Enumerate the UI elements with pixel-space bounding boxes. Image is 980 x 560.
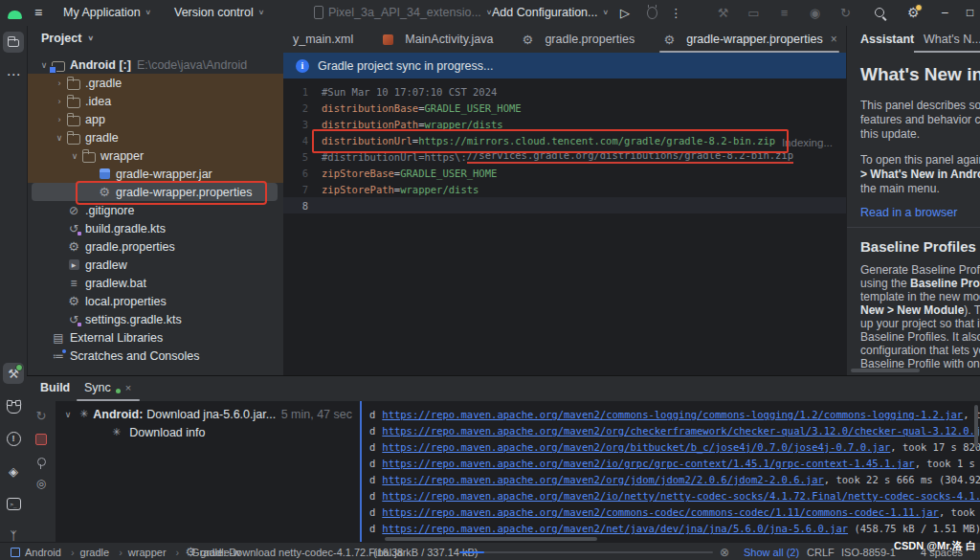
- terminal-tool-icon[interactable]: [3, 493, 24, 514]
- log-url-link[interactable]: https://repo.maven.apache.org/maven2/io/…: [382, 458, 914, 469]
- profiler-icon[interactable]: ◉: [808, 6, 822, 20]
- log-url-link[interactable]: https://repo.maven.apache.org/maven2/com…: [382, 409, 963, 420]
- horizontal-scrollbar[interactable]: [385, 537, 597, 541]
- tree-item[interactable]: gradle-wrapper.properties: [28, 183, 283, 201]
- breadcrumb-item[interactable]: Android: [10, 546, 80, 559]
- device-manager-icon[interactable]: ▭: [746, 6, 761, 20]
- log-url-link[interactable]: https://repo.maven.apache.org/maven2/net…: [382, 523, 848, 534]
- tree-item-icon: [66, 95, 81, 108]
- run-icon[interactable]: ▷: [620, 0, 630, 25]
- project-panel-title: Project: [41, 32, 81, 45]
- tree-item[interactable]: › .idea: [28, 92, 283, 110]
- encoding-indicator[interactable]: ISO-8859-1: [841, 543, 896, 560]
- build-tree-row[interactable]: ✳ Download info: [56, 423, 360, 441]
- tree-item-label: build.gradle.kts: [85, 222, 166, 235]
- tab-assistant[interactable]: Assistant: [860, 33, 914, 46]
- pin-icon[interactable]: [37, 458, 46, 466]
- code-line[interactable]: 2 distributionBase=GRADLE_USER_HOME: [283, 100, 846, 116]
- refresh-icon[interactable]: ↻: [36, 409, 47, 423]
- tree-item[interactable]: ∨ gradle: [28, 128, 283, 146]
- breadcrumb-item[interactable]: gradle: [80, 547, 128, 558]
- show-all-processes-link[interactable]: Show all (2): [744, 543, 799, 560]
- vcs-selector[interactable]: Version control ∨: [174, 0, 264, 25]
- log-url-link[interactable]: https://repo.maven.apache.org/maven2/org…: [382, 474, 823, 485]
- project-tool-icon[interactable]: [3, 32, 24, 53]
- editor-tab[interactable]: gradle.properties: [510, 26, 652, 53]
- debug-icon[interactable]: [647, 0, 657, 25]
- tree-item[interactable]: › .gradle: [28, 74, 283, 92]
- status-bar: Android gradle wrapper gradle-w Gradle: …: [0, 542, 980, 560]
- tree-chevron-icon[interactable]: ›: [53, 78, 66, 88]
- build-icon[interactable]: ⚒: [716, 6, 730, 20]
- stop-icon[interactable]: [35, 434, 47, 445]
- editor-tab[interactable]: y_main.xml: [283, 26, 370, 53]
- project-selector[interactable]: My Application ∨: [63, 0, 151, 25]
- tree-item[interactable]: local.properties: [28, 292, 283, 310]
- cancel-progress-icon[interactable]: ⊗: [720, 543, 729, 560]
- tab-sync[interactable]: Sync ×: [84, 381, 131, 394]
- line-separator-indicator[interactable]: CRLF: [807, 543, 835, 560]
- settings-icon[interactable]: ⚙: [907, 0, 920, 25]
- logcat-tool-icon[interactable]: [3, 395, 24, 416]
- read-in-browser-link[interactable]: Read in a browser: [860, 206, 957, 219]
- log-line: dhttps://repo.maven.apache.org/maven2/io…: [369, 490, 980, 506]
- tree-chevron-icon[interactable]: ∨: [68, 151, 81, 161]
- device-selector[interactable]: Pixel_3a_API_34_extensio... ∨: [314, 0, 492, 25]
- build-tree-row[interactable]: ∨ ✳ Android: Download jna-5.6.0.jar... 5…: [56, 405, 360, 423]
- minimize-icon[interactable]: –: [942, 0, 948, 25]
- code-line[interactable]: 6 zipStoreBase=GRADLE_USER_HOME: [283, 165, 846, 181]
- filter-icon[interactable]: ◎: [36, 477, 46, 490]
- tree-item[interactable]: Scratches and Consoles: [28, 347, 283, 365]
- tree-item[interactable]: gradlew.bat: [28, 274, 283, 292]
- maximize-icon[interactable]: □: [967, 0, 973, 25]
- problems-tool-icon[interactable]: [3, 428, 24, 449]
- close-icon[interactable]: ×: [831, 33, 837, 46]
- tree-chevron-icon[interactable]: ∨: [53, 133, 66, 143]
- chevron-down-icon: ∨: [258, 9, 265, 16]
- log-url-link[interactable]: https://repo.maven.apache.org/maven2/io/…: [382, 490, 980, 502]
- build-log[interactable]: dhttps://repo.maven.apache.org/maven2/co…: [360, 401, 980, 543]
- search-everywhere-icon[interactable]: [873, 0, 887, 25]
- run-configuration-selector[interactable]: Add Configuration... ∨: [492, 0, 609, 25]
- code-line[interactable]: 1 #Sun Mar 10 17:07:10 CST 2024: [283, 83, 846, 100]
- tree-item-label: External Libraries: [70, 331, 163, 345]
- tab-sync-label: Sync: [84, 381, 111, 394]
- sdk-manager-icon[interactable]: ≡: [777, 6, 791, 20]
- tree-item[interactable]: settings.gradle.kts: [28, 310, 283, 328]
- tree-item[interactable]: build.gradle.kts: [28, 219, 283, 237]
- main-menu-icon[interactable]: ≡: [34, 0, 42, 25]
- tree-item-icon: [51, 349, 66, 363]
- tree-item[interactable]: gradlew: [28, 256, 283, 274]
- tree-item[interactable]: ∨ wrapper: [28, 146, 283, 165]
- tab-list-chevron-icon[interactable]: ∨: [745, 33, 752, 45]
- build-tool-icon[interactable]: [3, 363, 24, 384]
- code-line[interactable]: 8: [283, 197, 846, 213]
- vertical-scrollbar[interactable]: [974, 405, 978, 447]
- tree-item[interactable]: ∨ Android [:] E:\code\java\Android: [28, 56, 283, 74]
- tab-options-icon[interactable]: ⋮: [766, 33, 776, 45]
- project-panel-header[interactable]: Project ∨: [41, 32, 94, 45]
- tab-whats-new[interactable]: What's N...: [924, 33, 980, 46]
- gradle-sync-icon[interactable]: ↻: [838, 6, 853, 20]
- log-url-link[interactable]: https://repo.maven.apache.org/maven2/org…: [382, 425, 980, 437]
- tree-chevron-icon[interactable]: ›: [53, 115, 66, 124]
- tree-chevron-icon[interactable]: ∨: [61, 410, 75, 419]
- log-url-link[interactable]: https://repo.maven.apache.org/maven2/com…: [382, 506, 939, 518]
- horizontal-scrollbar[interactable]: [851, 369, 920, 372]
- editor-tab[interactable]: MainActivity.java: [370, 26, 510, 53]
- tree-item[interactable]: External Libraries: [28, 328, 283, 347]
- breadcrumb-item[interactable]: wrapper: [128, 547, 185, 558]
- log-url-link[interactable]: https://repo.maven.apache.org/maven2/org…: [382, 441, 890, 453]
- app-quality-insights-icon[interactable]: [3, 460, 24, 482]
- code-line[interactable]: 7 zipStorePath=wrapper/dists: [283, 181, 846, 197]
- line-number: 8: [283, 200, 308, 212]
- tree-item[interactable]: gradle.properties: [28, 237, 283, 256]
- more-tools-icon[interactable]: [3, 64, 24, 85]
- tree-item[interactable]: › app: [28, 110, 283, 128]
- code-area[interactable]: 1 #Sun Mar 10 17:07:10 CST 2024 2 distri…: [283, 78, 846, 375]
- tree-chevron-icon[interactable]: ›: [53, 97, 66, 106]
- tree-item-icon: [81, 149, 97, 163]
- close-icon[interactable]: ×: [125, 382, 131, 393]
- build-panel-title[interactable]: Build: [40, 381, 70, 394]
- more-actions-icon[interactable]: ⋮: [670, 0, 682, 25]
